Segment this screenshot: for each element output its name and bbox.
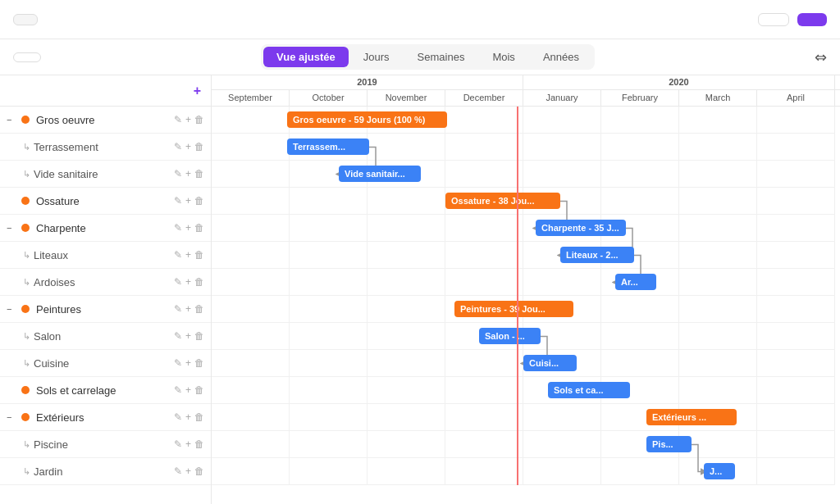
- add-sols[interactable]: +: [185, 384, 191, 396]
- edit-terrassement[interactable]: ✎: [174, 141, 182, 152]
- bar-gros-oeuvre-bar[interactable]: Gros oeuvre - 59 Jours (100 %): [287, 111, 447, 128]
- row-cuisine: ↳ Cuisine ✎ + 🗑: [0, 350, 211, 377]
- tab-semaines[interactable]: Semaines: [404, 47, 478, 67]
- delete-gros-oeuvre[interactable]: 🗑: [194, 114, 204, 125]
- add-workpackage-button[interactable]: +: [194, 84, 201, 98]
- gantt-cell-r3-c2: [368, 188, 445, 215]
- edit-cuisine[interactable]: ✎: [174, 357, 182, 369]
- add-vide[interactable]: +: [185, 168, 191, 179]
- tab-jours[interactable]: Jours: [350, 47, 403, 67]
- row-terrassement: ↳ Terrassement ✎ + 🗑: [0, 134, 211, 161]
- bar-liteaux-bar[interactable]: Liteaux - 2...: [560, 247, 634, 263]
- bar-cuisine-bar[interactable]: Cuisi...: [523, 355, 577, 371]
- label-cuisine: Cuisine: [34, 357, 171, 370]
- delete-cuisine[interactable]: 🗑: [194, 357, 204, 369]
- bar-salon-bar[interactable]: Salon - ...: [479, 328, 541, 344]
- bar-charpente-bar[interactable]: Charpente - 35 J...: [536, 220, 626, 236]
- label-exterieurs: Extérieurs: [36, 411, 171, 424]
- add-liteaux[interactable]: +: [185, 249, 191, 261]
- add-jardin[interactable]: +: [185, 465, 191, 477]
- gantt-cell-r13-c2: [368, 458, 445, 485]
- add-charpente[interactable]: +: [185, 222, 191, 234]
- delete-terrassement[interactable]: 🗑: [194, 141, 204, 152]
- gantt-cell-r13-c4: [523, 458, 601, 485]
- gantt-cell-r6-c4: [523, 269, 601, 296]
- delete-jardin[interactable]: 🗑: [194, 465, 204, 477]
- gantt-cell-r8-c5: [601, 323, 679, 350]
- edit-gros-oeuvre[interactable]: ✎: [174, 114, 182, 125]
- sub-arrow-ardoises: ↳: [23, 277, 30, 288]
- delete-vide[interactable]: 🗑: [194, 168, 204, 179]
- collapse-peintures[interactable]: −: [7, 304, 18, 314]
- bar-piscine-bar[interactable]: Pis...: [646, 436, 692, 452]
- gantt-cell-r6-c2: [368, 269, 445, 296]
- add-ardoises[interactable]: +: [185, 276, 191, 288]
- gantt-cell-r9-c2: [368, 350, 445, 377]
- delete-charpente[interactable]: 🗑: [194, 222, 204, 234]
- add-cuisine[interactable]: +: [185, 357, 191, 369]
- edit-charpente[interactable]: ✎: [174, 222, 182, 234]
- edit-piscine[interactable]: ✎: [174, 438, 182, 450]
- bar-peintures-bar[interactable]: Peintures - 39 Jou...: [454, 301, 573, 317]
- main-area: + − Gros oeuvre ✎ + 🗑 ↳ Terrassement ✎: [0, 75, 840, 504]
- delete-sols[interactable]: 🗑: [194, 384, 204, 396]
- label-terrassement: Terrassement: [34, 141, 171, 153]
- delete-piscine[interactable]: 🗑: [194, 438, 204, 450]
- edit-salon[interactable]: ✎: [174, 330, 182, 342]
- label-ardoises: Ardoises: [34, 276, 171, 288]
- delete-liteaux[interactable]: 🗑: [194, 249, 204, 261]
- bar-jardin-bar[interactable]: J...: [704, 463, 735, 479]
- tab-vue-ajustee[interactable]: Vue ajustée: [263, 47, 349, 67]
- month-label-december: December: [445, 90, 523, 106]
- delete-ardoises[interactable]: 🗑: [194, 276, 204, 288]
- row-liteaux: ↳ Liteaux ✎ + 🗑: [0, 242, 211, 269]
- tab-annees[interactable]: Années: [530, 47, 592, 67]
- add-peintures[interactable]: +: [185, 303, 191, 315]
- delete-peintures[interactable]: 🗑: [194, 303, 204, 315]
- bar-exterieurs-bar[interactable]: Extérieurs ...: [646, 409, 737, 425]
- edit-exterieurs[interactable]: ✎: [174, 411, 182, 423]
- bar-ardoises-bar[interactable]: Ar...: [615, 274, 656, 290]
- edit-ossature[interactable]: ✎: [174, 195, 182, 207]
- add-exterieurs[interactable]: +: [185, 411, 191, 423]
- collapse-gros-oeuvre[interactable]: −: [7, 115, 18, 125]
- gantt-cell-r3-c1: [290, 188, 368, 215]
- gantt-cell-r5-c1: [290, 242, 368, 269]
- today-line: [517, 107, 518, 485]
- bar-ossature-bar[interactable]: Ossature - 38 Jou...: [445, 193, 560, 209]
- edit-ardoises[interactable]: ✎: [174, 276, 182, 288]
- collapse-exterieurs[interactable]: −: [7, 412, 18, 422]
- export-button[interactable]: [758, 13, 789, 26]
- edit-vide[interactable]: ✎: [174, 168, 182, 179]
- gantt-cell-r1-c2: [368, 134, 445, 161]
- row-exterieurs: − Extérieurs ✎ + 🗑: [0, 404, 211, 431]
- gantt-cell-r1-c0: [212, 134, 290, 161]
- gantt-cell-r11-c4: [523, 404, 601, 431]
- resize-icon[interactable]: ⇔: [815, 48, 827, 66]
- bar-terrassement-bar[interactable]: Terrassem...: [287, 138, 369, 155]
- collapse-charpente[interactable]: −: [7, 223, 18, 233]
- add-gros-oeuvre[interactable]: +: [185, 114, 191, 125]
- label-vide-sanitaire: Vide sanitaire: [34, 168, 171, 180]
- add-ossature[interactable]: +: [185, 195, 191, 207]
- gantt-cell-r4-c0: [212, 215, 290, 242]
- add-piscine[interactable]: +: [185, 438, 191, 450]
- add-terrassement[interactable]: +: [185, 141, 191, 152]
- bar-sols-carrelage-bar[interactable]: Sols et ca...: [548, 382, 630, 398]
- delete-salon[interactable]: 🗑: [194, 330, 204, 342]
- delete-exterieurs[interactable]: 🗑: [194, 411, 204, 423]
- tab-mois[interactable]: Mois: [479, 47, 527, 67]
- save-button[interactable]: [797, 13, 827, 26]
- add-salon[interactable]: +: [185, 330, 191, 342]
- dot-sols: [21, 386, 30, 394]
- edit-sols[interactable]: ✎: [174, 384, 182, 396]
- delete-ossature[interactable]: 🗑: [194, 195, 204, 207]
- gantt-cell-r11-c1: [290, 404, 368, 431]
- bar-vide-sanitaire-bar[interactable]: Vide sanitair...: [339, 166, 421, 182]
- filter-button[interactable]: [13, 52, 41, 62]
- edit-liteaux[interactable]: ✎: [174, 249, 182, 261]
- row-piscine: ↳ Piscine ✎ + 🗑: [0, 431, 211, 458]
- edit-peintures[interactable]: ✎: [174, 303, 182, 315]
- edit-jardin[interactable]: ✎: [174, 465, 182, 477]
- gantt-row-12: [212, 431, 835, 458]
